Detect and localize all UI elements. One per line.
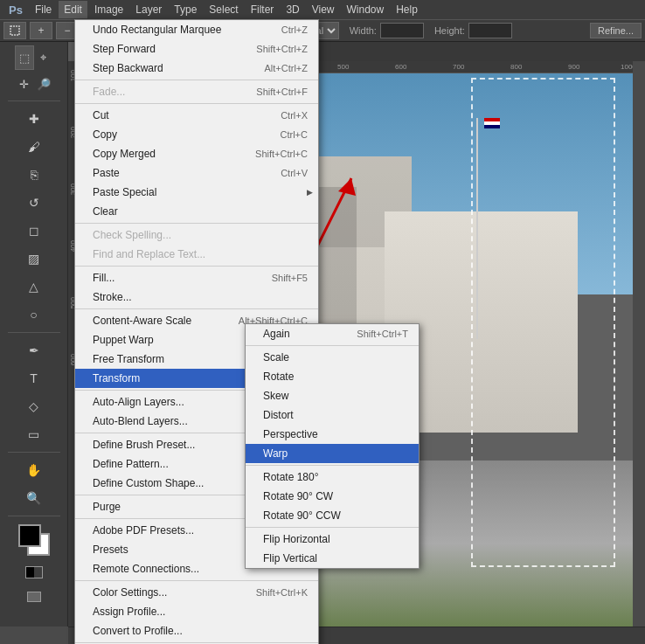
define-shape-label: Define Custom Shape... [93, 477, 204, 489]
crop-tool[interactable]: ✛ [15, 72, 34, 96]
presets-label: Presets [93, 544, 128, 556]
rotate-180-label: Rotate 180° [263, 471, 319, 483]
submenu-warp[interactable]: Warp [246, 444, 419, 463]
submenu-perspective[interactable]: Perspective [246, 425, 419, 444]
submenu-rotate-180[interactable]: Rotate 180° [246, 467, 419, 487]
sub-sep-3 [246, 527, 419, 528]
pdf-presets-label: Adobe PDF Presets... [93, 524, 194, 537]
menu-cut[interactable]: Cut Ctrl+X [75, 106, 318, 125]
rotate-90-cw-label: Rotate 90° CW [263, 490, 333, 502]
menu-step-forward[interactable]: Step Forward Shift+Ctrl+Z [75, 39, 318, 59]
define-brush-label: Define Brush Preset... [93, 439, 195, 451]
menu-image[interactable]: Image [89, 1, 128, 18]
auto-blend-label: Auto-Blend Layers... [93, 415, 188, 427]
text-tool[interactable]: T [18, 365, 50, 391]
menu-view[interactable]: View [307, 1, 340, 18]
menu-file[interactable]: File [30, 1, 57, 18]
submenu-rotate-90-cw[interactable]: Rotate 90° CW [246, 487, 419, 506]
step-backward-label: Step Backward [93, 62, 163, 74]
menu-assign-profile[interactable]: Assign Profile... [75, 602, 318, 621]
height-input[interactable] [468, 23, 512, 38]
menu-fill[interactable]: Fill... Shift+F5 [75, 268, 318, 287]
screen-mode-btn[interactable] [18, 587, 50, 606]
eraser-tool[interactable]: ◻ [18, 218, 50, 244]
zoom-tool[interactable]: 🔍 [18, 485, 50, 511]
menu-bar: Ps File Edit Image Layer Type Select Fil… [0, 0, 645, 19]
again-shortcut: Shift+Ctrl+T [357, 329, 408, 339]
menu-clear[interactable]: Clear [75, 202, 318, 221]
hand-tool[interactable]: ✋ [18, 457, 50, 483]
convert-profile-label: Convert to Profile... [93, 625, 183, 637]
eyedropper-tool[interactable]: 🔎 [34, 72, 53, 96]
step-backward-shortcut: Alt+Ctrl+Z [264, 63, 308, 73]
blur-tool[interactable]: △ [18, 274, 50, 300]
color-swatches [18, 524, 50, 556]
menu-find-replace[interactable]: Find and Replace Text... [75, 245, 318, 264]
submenu-skew[interactable]: Skew [246, 386, 419, 405]
sep-1 [75, 80, 318, 80]
menu-paste[interactable]: Paste Ctrl+V [75, 163, 318, 183]
menu-paste-special[interactable]: Paste Special [75, 183, 318, 202]
menu-check-spelling[interactable]: Check Spelling... [75, 225, 318, 245]
transform-submenu: Again Shift+Ctrl+T Scale Rotate Skew Dis… [245, 323, 420, 569]
menu-stroke[interactable]: Stroke... [75, 287, 318, 307]
menu-edit[interactable]: Edit [59, 1, 87, 18]
menu-3d[interactable]: 3D [281, 1, 304, 18]
menu-copy[interactable]: Copy Ctrl+C [75, 125, 318, 144]
remote-label: Remote Connections... [93, 563, 199, 575]
quick-mask-tool[interactable] [18, 563, 50, 582]
refine-button[interactable]: Refine... [590, 23, 642, 38]
menu-type[interactable]: Type [169, 1, 202, 18]
height-label: Height: [434, 25, 465, 36]
menu-layer[interactable]: Layer [130, 1, 167, 18]
submenu-flip-h[interactable]: Flip Horizontal [246, 530, 419, 549]
fill-shortcut: Shift+F5 [272, 273, 308, 283]
shape-tool[interactable]: ▭ [18, 421, 50, 447]
add-btn[interactable]: + [30, 22, 52, 39]
pen-tool[interactable]: ✒ [18, 337, 50, 364]
skew-label: Skew [263, 390, 288, 402]
copy-merged-shortcut: Shift+Ctrl+C [255, 149, 308, 159]
fade-shortcut: Shift+Ctrl+F [256, 87, 308, 97]
menu-copy-merged[interactable]: Copy Merged Shift+Ctrl+C [75, 144, 318, 163]
stroke-label: Stroke... [93, 291, 132, 303]
undo-label: Undo Rectangular Marquee [93, 24, 221, 36]
brush-tool[interactable]: 🖌 [18, 134, 50, 160]
path-tool[interactable]: ◇ [18, 393, 50, 419]
gradient-tool[interactable]: ▨ [18, 246, 50, 272]
menu-window[interactable]: Window [342, 1, 390, 18]
menu-help[interactable]: Help [391, 1, 423, 18]
healing-brush-tool[interactable]: ✚ [18, 106, 50, 132]
distort-label: Distort [263, 409, 294, 421]
history-brush-tool[interactable]: ↺ [18, 190, 50, 216]
copy-shortcut: Ctrl+C [281, 129, 308, 140]
menu-undo[interactable]: Undo Rectangular Marquee Ctrl+Z [75, 20, 318, 39]
marquee-tool[interactable]: ⬚ [15, 45, 34, 70]
clear-label: Clear [93, 205, 118, 218]
foreground-color[interactable] [18, 524, 41, 547]
submenu-scale[interactable]: Scale [246, 348, 419, 367]
submenu-rotate-90-ccw[interactable]: Rotate 90° CCW [246, 506, 419, 525]
transform-label: Transform [93, 372, 140, 384]
content-aware-label: Content-Aware Scale [93, 315, 191, 327]
submenu-rotate[interactable]: Rotate [246, 367, 419, 386]
menu-step-backward[interactable]: Step Backward Alt+Ctrl+Z [75, 59, 318, 78]
dodge-tool[interactable]: ○ [18, 301, 50, 328]
sep-10 [75, 580, 318, 581]
marquee-tool-btn[interactable] [3, 22, 26, 39]
width-input[interactable] [380, 23, 424, 38]
menu-color-settings[interactable]: Color Settings... Shift+Ctrl+K [75, 583, 318, 602]
menu-convert-profile[interactable]: Convert to Profile... [75, 621, 318, 641]
submenu-again[interactable]: Again Shift+Ctrl+T [246, 324, 419, 343]
menu-filter[interactable]: Filter [246, 1, 280, 18]
svg-rect-0 [10, 26, 19, 35]
menu-fade[interactable]: Fade... Shift+Ctrl+F [75, 82, 318, 101]
menu-select[interactable]: Select [204, 1, 243, 18]
warp-label: Warp [263, 447, 288, 460]
submenu-flip-v[interactable]: Flip Vertical [246, 549, 419, 568]
clone-tool[interactable]: ⎘ [18, 162, 50, 188]
lasso-tool[interactable]: ⌖ [34, 45, 53, 70]
free-transform-label: Free Transform [93, 353, 164, 365]
assign-profile-label: Assign Profile... [93, 606, 165, 618]
submenu-distort[interactable]: Distort [246, 405, 419, 425]
